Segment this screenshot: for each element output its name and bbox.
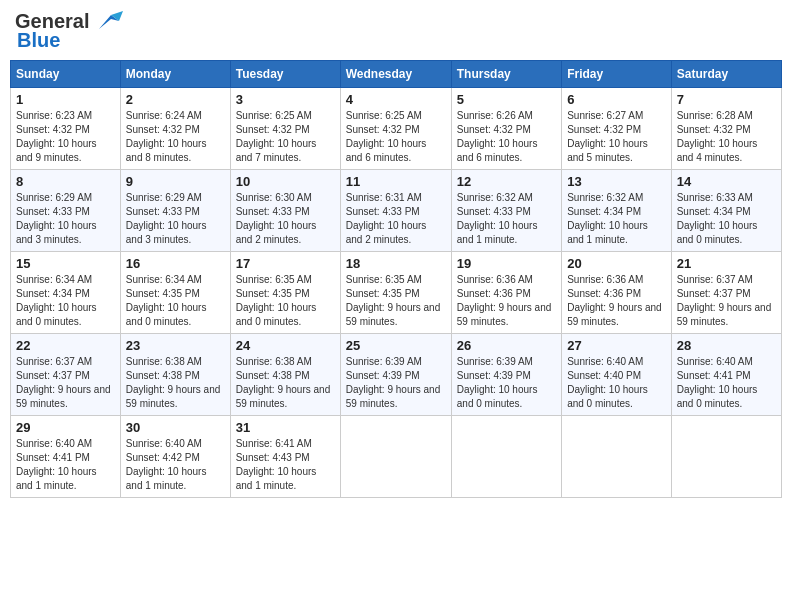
calendar-cell: 26 Sunrise: 6:39 AMSunset: 4:39 PMDaylig… [451, 334, 561, 416]
day-number: 9 [126, 174, 225, 189]
day-info: Sunrise: 6:25 AMSunset: 4:32 PMDaylight:… [236, 110, 317, 163]
day-info: Sunrise: 6:39 AMSunset: 4:39 PMDaylight:… [346, 356, 441, 409]
day-info: Sunrise: 6:25 AMSunset: 4:32 PMDaylight:… [346, 110, 427, 163]
calendar-week-row: 15 Sunrise: 6:34 AMSunset: 4:34 PMDaylig… [11, 252, 782, 334]
calendar-week-row: 8 Sunrise: 6:29 AMSunset: 4:33 PMDayligh… [11, 170, 782, 252]
calendar-header-wednesday: Wednesday [340, 61, 451, 88]
day-number: 7 [677, 92, 776, 107]
calendar-cell: 9 Sunrise: 6:29 AMSunset: 4:33 PMDayligh… [120, 170, 230, 252]
calendar-cell: 1 Sunrise: 6:23 AMSunset: 4:32 PMDayligh… [11, 88, 121, 170]
day-number: 25 [346, 338, 446, 353]
day-info: Sunrise: 6:28 AMSunset: 4:32 PMDaylight:… [677, 110, 758, 163]
calendar-cell: 25 Sunrise: 6:39 AMSunset: 4:39 PMDaylig… [340, 334, 451, 416]
calendar-cell: 16 Sunrise: 6:34 AMSunset: 4:35 PMDaylig… [120, 252, 230, 334]
calendar-cell: 7 Sunrise: 6:28 AMSunset: 4:32 PMDayligh… [671, 88, 781, 170]
day-number: 11 [346, 174, 446, 189]
day-info: Sunrise: 6:40 AMSunset: 4:40 PMDaylight:… [567, 356, 648, 409]
day-info: Sunrise: 6:36 AMSunset: 4:36 PMDaylight:… [567, 274, 662, 327]
day-info: Sunrise: 6:40 AMSunset: 4:42 PMDaylight:… [126, 438, 207, 491]
calendar-cell [451, 416, 561, 498]
day-info: Sunrise: 6:23 AMSunset: 4:32 PMDaylight:… [16, 110, 97, 163]
day-info: Sunrise: 6:26 AMSunset: 4:32 PMDaylight:… [457, 110, 538, 163]
day-number: 10 [236, 174, 335, 189]
calendar-cell [340, 416, 451, 498]
calendar-cell: 8 Sunrise: 6:29 AMSunset: 4:33 PMDayligh… [11, 170, 121, 252]
day-info: Sunrise: 6:34 AMSunset: 4:34 PMDaylight:… [16, 274, 97, 327]
day-info: Sunrise: 6:36 AMSunset: 4:36 PMDaylight:… [457, 274, 552, 327]
day-number: 24 [236, 338, 335, 353]
calendar-cell: 19 Sunrise: 6:36 AMSunset: 4:36 PMDaylig… [451, 252, 561, 334]
day-number: 17 [236, 256, 335, 271]
day-info: Sunrise: 6:38 AMSunset: 4:38 PMDaylight:… [236, 356, 331, 409]
logo-blue: Blue [17, 29, 60, 52]
day-info: Sunrise: 6:39 AMSunset: 4:39 PMDaylight:… [457, 356, 538, 409]
day-number: 1 [16, 92, 115, 107]
day-number: 22 [16, 338, 115, 353]
calendar-cell: 5 Sunrise: 6:26 AMSunset: 4:32 PMDayligh… [451, 88, 561, 170]
day-number: 31 [236, 420, 335, 435]
day-number: 6 [567, 92, 666, 107]
calendar-cell: 11 Sunrise: 6:31 AMSunset: 4:33 PMDaylig… [340, 170, 451, 252]
day-info: Sunrise: 6:29 AMSunset: 4:33 PMDaylight:… [126, 192, 207, 245]
day-number: 15 [16, 256, 115, 271]
logo-bird-icon [91, 11, 123, 33]
day-info: Sunrise: 6:37 AMSunset: 4:37 PMDaylight:… [16, 356, 111, 409]
day-number: 2 [126, 92, 225, 107]
calendar-cell: 4 Sunrise: 6:25 AMSunset: 4:32 PMDayligh… [340, 88, 451, 170]
day-info: Sunrise: 6:40 AMSunset: 4:41 PMDaylight:… [677, 356, 758, 409]
day-number: 26 [457, 338, 556, 353]
day-info: Sunrise: 6:33 AMSunset: 4:34 PMDaylight:… [677, 192, 758, 245]
calendar-cell: 21 Sunrise: 6:37 AMSunset: 4:37 PMDaylig… [671, 252, 781, 334]
day-number: 16 [126, 256, 225, 271]
calendar-cell: 18 Sunrise: 6:35 AMSunset: 4:35 PMDaylig… [340, 252, 451, 334]
calendar-header-tuesday: Tuesday [230, 61, 340, 88]
day-info: Sunrise: 6:35 AMSunset: 4:35 PMDaylight:… [236, 274, 317, 327]
day-info: Sunrise: 6:32 AMSunset: 4:34 PMDaylight:… [567, 192, 648, 245]
day-info: Sunrise: 6:35 AMSunset: 4:35 PMDaylight:… [346, 274, 441, 327]
calendar-cell: 27 Sunrise: 6:40 AMSunset: 4:40 PMDaylig… [562, 334, 672, 416]
calendar-cell: 30 Sunrise: 6:40 AMSunset: 4:42 PMDaylig… [120, 416, 230, 498]
day-info: Sunrise: 6:27 AMSunset: 4:32 PMDaylight:… [567, 110, 648, 163]
page-header: General Blue [10, 10, 782, 52]
calendar-cell: 15 Sunrise: 6:34 AMSunset: 4:34 PMDaylig… [11, 252, 121, 334]
calendar-header-saturday: Saturday [671, 61, 781, 88]
svg-marker-1 [111, 11, 123, 21]
calendar-cell: 14 Sunrise: 6:33 AMSunset: 4:34 PMDaylig… [671, 170, 781, 252]
day-info: Sunrise: 6:38 AMSunset: 4:38 PMDaylight:… [126, 356, 221, 409]
day-number: 4 [346, 92, 446, 107]
calendar-header-thursday: Thursday [451, 61, 561, 88]
calendar-body: 1 Sunrise: 6:23 AMSunset: 4:32 PMDayligh… [11, 88, 782, 498]
day-info: Sunrise: 6:32 AMSunset: 4:33 PMDaylight:… [457, 192, 538, 245]
day-number: 8 [16, 174, 115, 189]
calendar-cell: 13 Sunrise: 6:32 AMSunset: 4:34 PMDaylig… [562, 170, 672, 252]
day-number: 12 [457, 174, 556, 189]
day-number: 19 [457, 256, 556, 271]
calendar-cell: 24 Sunrise: 6:38 AMSunset: 4:38 PMDaylig… [230, 334, 340, 416]
day-number: 21 [677, 256, 776, 271]
calendar-cell: 6 Sunrise: 6:27 AMSunset: 4:32 PMDayligh… [562, 88, 672, 170]
day-info: Sunrise: 6:34 AMSunset: 4:35 PMDaylight:… [126, 274, 207, 327]
day-number: 30 [126, 420, 225, 435]
day-number: 29 [16, 420, 115, 435]
calendar-header-row: SundayMondayTuesdayWednesdayThursdayFrid… [11, 61, 782, 88]
day-number: 3 [236, 92, 335, 107]
calendar-week-row: 22 Sunrise: 6:37 AMSunset: 4:37 PMDaylig… [11, 334, 782, 416]
calendar-header-monday: Monday [120, 61, 230, 88]
calendar-cell: 20 Sunrise: 6:36 AMSunset: 4:36 PMDaylig… [562, 252, 672, 334]
calendar-cell: 31 Sunrise: 6:41 AMSunset: 4:43 PMDaylig… [230, 416, 340, 498]
logo: General Blue [15, 10, 123, 52]
calendar-cell [562, 416, 672, 498]
calendar-header-friday: Friday [562, 61, 672, 88]
day-number: 23 [126, 338, 225, 353]
day-info: Sunrise: 6:40 AMSunset: 4:41 PMDaylight:… [16, 438, 97, 491]
day-number: 20 [567, 256, 666, 271]
calendar-table: SundayMondayTuesdayWednesdayThursdayFrid… [10, 60, 782, 498]
calendar-week-row: 29 Sunrise: 6:40 AMSunset: 4:41 PMDaylig… [11, 416, 782, 498]
day-number: 28 [677, 338, 776, 353]
calendar-cell: 2 Sunrise: 6:24 AMSunset: 4:32 PMDayligh… [120, 88, 230, 170]
day-info: Sunrise: 6:31 AMSunset: 4:33 PMDaylight:… [346, 192, 427, 245]
day-info: Sunrise: 6:29 AMSunset: 4:33 PMDaylight:… [16, 192, 97, 245]
calendar-cell: 23 Sunrise: 6:38 AMSunset: 4:38 PMDaylig… [120, 334, 230, 416]
calendar-cell: 29 Sunrise: 6:40 AMSunset: 4:41 PMDaylig… [11, 416, 121, 498]
calendar-cell: 28 Sunrise: 6:40 AMSunset: 4:41 PMDaylig… [671, 334, 781, 416]
